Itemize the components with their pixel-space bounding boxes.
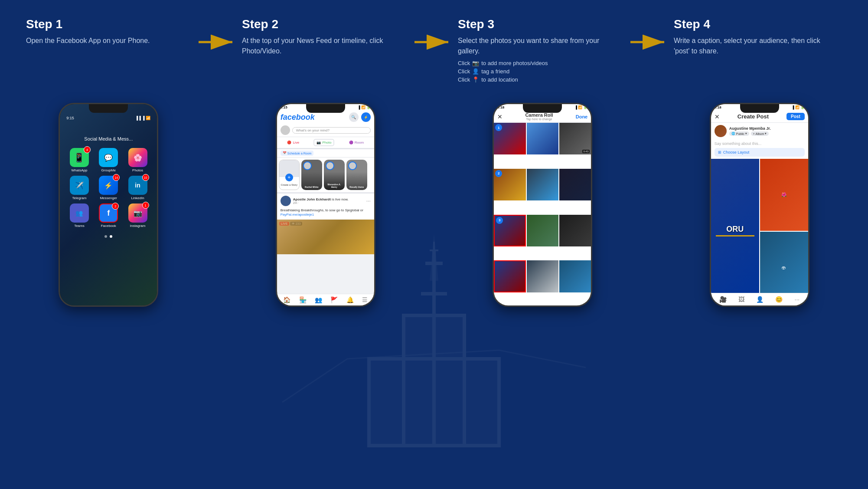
phone-1-screen: 9:15 ▐▐ ▐ 📶 Social Media & Mess... 📱 4 W… <box>60 104 157 305</box>
cam-photo-3[interactable]: 0:43 <box>559 123 591 154</box>
cam-photo-6[interactable] <box>559 169 591 200</box>
messenger-badge: 14 <box>113 174 120 181</box>
cp-bottom-bar: 🎥 🖼 👤 😊 ··· <box>711 293 808 305</box>
room-label: Room <box>355 141 364 144</box>
fb-post-content: Breathtaking Breakthroughs, to sow go to… <box>281 208 363 212</box>
main-container: Step 1 Open the Facebook App on your Pho… <box>0 0 868 324</box>
messenger-icon: ⚡ 14 <box>99 176 118 195</box>
cp-photo-add-icon[interactable]: 🖼 <box>738 296 744 303</box>
cp-caption-input[interactable]: Say something about this... <box>711 139 808 148</box>
fb-post-image: LIVE 👁 233 <box>277 220 374 254</box>
phone-1-status-bar: 9:15 ▐▐ ▐ 📶 <box>64 115 153 121</box>
fb-mind-input[interactable]: What's on your mind? <box>292 127 371 134</box>
cp-more-icon[interactable]: ··· <box>795 296 800 303</box>
cam-photo-12[interactable] <box>559 260 591 292</box>
live-label: Live <box>293 141 299 144</box>
chevron-icon: ▾ <box>745 132 747 135</box>
phone-3-screen: 9:18 ▐ 📶 🔋 ✕ Camera Roll Tap here to cha… <box>494 104 591 305</box>
cp-user-info: Augustine Mpemba Jr. 🌐 Public ▾ + Album … <box>729 126 771 136</box>
fb-nav-bell[interactable]: 🔔 <box>346 296 354 303</box>
whatsapp-badge: 4 <box>84 146 91 153</box>
live-icon: 🔴 <box>287 141 291 144</box>
app-whatsapp[interactable]: 📱 4 WhatsApp <box>66 148 92 172</box>
cp-close-btn[interactable]: ✕ <box>715 113 720 120</box>
cam-photo-1[interactable]: 1 <box>494 123 525 154</box>
fb-room-btn[interactable]: 🟣 Room <box>346 139 366 146</box>
app-telegram[interactable]: ✈️ Telegram <box>66 176 92 200</box>
step-2-header: Step 2 At the top of your News Feed or t… <box>242 17 410 56</box>
schedule-btn[interactable]: 📅 Schedule a Room <box>281 151 314 156</box>
fb-nav-bar: 🏠 🏪 👥 🚩 🔔 ☰ <box>277 294 374 305</box>
cam-title-container: Camera Roll Tap here to change <box>525 112 553 121</box>
cam-title: Camera Roll <box>525 112 553 118</box>
whatsapp-icon: 📱 4 <box>70 148 89 167</box>
cam-close-btn[interactable]: ✕ <box>497 113 503 120</box>
step-2-section: Step 2 At the top of your News Feed or t… <box>242 17 410 63</box>
cam-done-btn[interactable]: Done <box>576 114 588 119</box>
app-photos[interactable]: 🌸 Photos <box>125 148 150 172</box>
instagram-label: Instagram <box>130 224 146 228</box>
schedule-row: 📅 Schedule a Room <box>277 149 374 158</box>
post-image-bg <box>277 220 374 254</box>
cp-title: Create Post <box>737 113 769 120</box>
story-rachel[interactable]: Rachel White <box>301 160 322 190</box>
cam-badge-4: 2 <box>495 170 502 177</box>
cam-photo-2[interactable] <box>527 123 558 154</box>
cp-album-pill[interactable]: + Album ▾ <box>751 131 769 136</box>
cp-tag-icon[interactable]: 👤 <box>756 296 764 303</box>
cp-photo-2-icon: 🌺 <box>781 192 786 197</box>
cam-photo-10[interactable] <box>494 260 525 292</box>
create-story-card[interactable]: + Create a Story <box>279 160 300 190</box>
app-teams[interactable]: 👥 Teams <box>66 203 92 228</box>
cp-layout-btn[interactable]: ⊞ Choose Layout <box>715 148 805 157</box>
fb-nav-flag[interactable]: 🚩 <box>330 296 338 303</box>
fb-time: 9:15 <box>281 105 287 109</box>
phone-page-dots <box>64 235 153 238</box>
fb-header-icons: 🔍 ⚡ <box>349 112 371 122</box>
person-icon: 👤 <box>472 68 479 75</box>
fb-post-avatar <box>281 196 291 206</box>
phone-1-screen-title: Social Media & Mess... <box>64 136 153 141</box>
fb-post-options[interactable]: ··· <box>366 198 371 204</box>
step-1-desc: Open the Facebook App on your Phone. <box>26 36 186 46</box>
cp-audience-pill[interactable]: 🌐 Public ▾ <box>729 131 749 136</box>
cam-photo-7[interactable]: 3 <box>494 215 525 246</box>
fb-nav-store[interactable]: 🏪 <box>299 296 307 303</box>
fb-post-paypal-link[interactable]: PayPal.me/apostleje1 <box>281 213 314 217</box>
phone-4-section: 9:18 ▐ 📶 🔋 ✕ Create Post Post <box>677 103 842 307</box>
cam-photo-11[interactable] <box>527 260 558 292</box>
schedule-label: Schedule a Room <box>287 152 312 155</box>
fb-nav-menu[interactable]: ☰ <box>362 296 368 303</box>
phone-2-section: 9:15 ▐ 📶 🔋 facebook 🔍 ⚡ <box>243 103 408 307</box>
cam-time: 9:18 <box>497 105 504 109</box>
story-morandon[interactable]: Morandon A. Henry <box>324 160 345 190</box>
step-1-section: Step 1 Open the Facebook App on your Pho… <box>26 17 194 53</box>
phone-4: 9:18 ▐ 📶 🔋 ✕ Create Post Post <box>710 103 809 307</box>
story-rosaify[interactable]: Rosaify Usms <box>346 160 367 190</box>
cp-emoji-icon[interactable]: 😊 <box>775 296 783 303</box>
app-facebook[interactable]: f 2 Facebook <box>96 203 121 228</box>
phone-4-notch <box>740 104 779 113</box>
fb-search-icon[interactable]: 🔍 <box>349 112 359 122</box>
fb-post-actions: 🔴 Live 📷 Photo 🟣 Room <box>277 137 374 149</box>
fb-live-btn[interactable]: 🔴 Live <box>284 139 302 146</box>
dot-2 <box>110 235 112 238</box>
rachel-avatar <box>303 161 312 170</box>
fb-post-live-label: is live now. <box>332 197 349 201</box>
cp-post-button[interactable]: Post <box>786 113 805 120</box>
cam-photo-5[interactable] <box>527 169 558 200</box>
fb-messenger-icon[interactable]: ⚡ <box>361 112 371 122</box>
cam-photo-9[interactable] <box>559 215 591 246</box>
app-instagram[interactable]: 📷 1 Instagram <box>125 203 150 228</box>
app-linkedin[interactable]: in 10 LinkedIn <box>125 176 150 200</box>
fb-nav-home[interactable]: 🏠 <box>283 296 290 303</box>
fb-photo-btn[interactable]: 📷 Photo <box>313 139 334 146</box>
fb-nav-friends[interactable]: 👥 <box>315 296 322 303</box>
app-messenger[interactable]: ⚡ 14 Messenger <box>96 176 121 200</box>
cam-photo-8[interactable] <box>527 215 558 246</box>
fb-post-time: 2m · <box>293 201 349 204</box>
app-groupme[interactable]: 💬 GroupMe <box>96 148 121 172</box>
globe-icon: 🌐 <box>731 132 735 135</box>
cp-video-icon[interactable]: 🎥 <box>719 296 727 303</box>
cam-photo-4[interactable]: 2 <box>494 169 525 200</box>
